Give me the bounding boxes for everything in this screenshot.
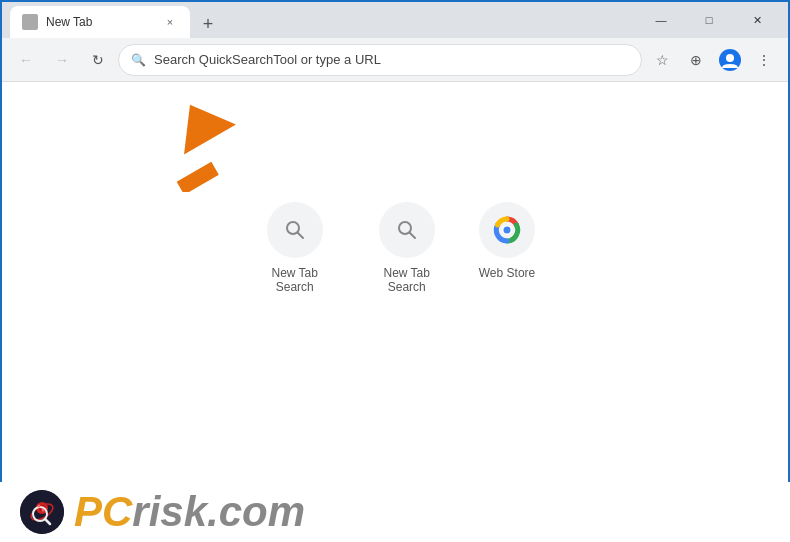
shortcut-label-3: Web Store [479,266,535,280]
shortcut-icon-search-1 [267,202,323,258]
toolbar-right: ☆ ⊕ ⋮ [646,44,780,76]
shortcut-label-2: New Tab Search [367,266,447,294]
tab-favicon [22,14,38,30]
new-tab-button[interactable]: + [194,10,222,38]
brand-pc: PC [74,488,132,535]
page-content: New Tab Search New Tab Search [2,82,788,484]
brand-text: PCrisk.com [74,491,305,533]
shortcut-icon-webstore [479,202,535,258]
shortcut-new-tab-search-2[interactable]: New Tab Search [367,202,447,294]
menu-icon[interactable]: ⋮ [748,44,780,76]
back-button[interactable]: ← [10,44,42,76]
tab-strip: New Tab × + [10,2,222,38]
svg-line-6 [297,233,303,239]
lens-icon[interactable]: ⊕ [680,44,712,76]
minimize-button[interactable]: — [638,2,684,38]
shortcuts-area: New Tab Search New Tab Search [255,202,535,294]
svg-point-18 [38,505,41,508]
shortcut-icon-search-2 [379,202,435,258]
svg-point-2 [726,54,734,62]
tab-label: New Tab [46,15,154,29]
shortcut-new-tab-search-1[interactable]: New Tab Search [255,202,335,294]
svg-marker-4 [147,102,254,192]
address-text: Search QuickSearchTool or type a URL [154,52,381,67]
browser-toolbar: ← → ↻ 🔍 Search QuickSearchTool or type a… [2,38,788,82]
forward-button[interactable]: → [46,44,78,76]
arrow-annotation [132,102,262,196]
maximize-button[interactable]: □ [686,2,732,38]
branding-footer: PCrisk.com [0,482,790,542]
account-icon[interactable] [714,44,746,76]
address-bar[interactable]: 🔍 Search QuickSearchTool or type a URL [118,44,642,76]
brand-logo [20,490,64,534]
close-button[interactable]: ✕ [734,2,780,38]
active-tab[interactable]: New Tab × [10,6,190,38]
tab-close-btn[interactable]: × [162,14,178,30]
svg-point-0 [26,18,34,26]
shortcut-web-store[interactable]: Web Store [479,202,535,294]
search-icon: 🔍 [131,53,146,67]
refresh-button[interactable]: ↻ [82,44,114,76]
svg-point-19 [42,509,45,512]
shortcut-label-1: New Tab Search [255,266,335,294]
svg-line-8 [409,233,415,239]
window-controls: — □ ✕ [638,2,780,38]
brand-risk: risk.com [132,488,305,535]
bookmark-icon[interactable]: ☆ [646,44,678,76]
svg-point-11 [503,227,510,234]
title-bar: New Tab × + — □ ✕ [2,2,788,38]
